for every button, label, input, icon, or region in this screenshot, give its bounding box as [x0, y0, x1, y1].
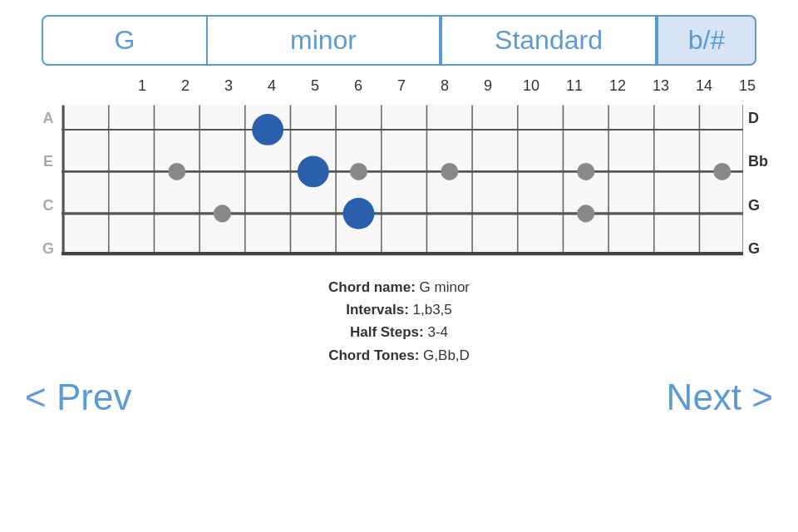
fret-num-3: 3: [207, 77, 250, 95]
scale-dot-E7: [350, 163, 367, 180]
fretboard-svg: [62, 96, 743, 271]
chord-info: Chord name: G minor Intervals: 1,b3,5 Ha…: [0, 276, 798, 367]
note-dot-A5: [252, 114, 283, 145]
intervals-line: Intervals: 1,b3,5: [0, 298, 798, 321]
tones-value-text: G,Bb,D: [423, 347, 470, 363]
voicing-selector[interactable]: Standard: [441, 15, 657, 66]
fret-num-14: 14: [682, 77, 726, 95]
scale-dot-E15: [713, 163, 731, 180]
note-dot-C7: [343, 198, 375, 229]
tones-label: Chord Tones:: [328, 347, 419, 363]
fret-num-6: 6: [337, 77, 380, 95]
root-selector[interactable]: G: [42, 15, 208, 66]
scale-dot-C12: [577, 204, 594, 222]
halfsteps-line: Half Steps: 3-4: [0, 321, 798, 343]
intervals-label: Intervals:: [346, 302, 409, 318]
halfsteps-value-text: 3-4: [427, 324, 448, 340]
string-label-E: E: [38, 153, 58, 170]
fret-num-9: 9: [466, 77, 510, 95]
fret-num-8: 8: [423, 77, 466, 95]
string-label-G: G: [38, 240, 58, 258]
chord-name-line: Chord name: G minor: [0, 276, 798, 298]
scale-dot-E9: [441, 163, 458, 180]
fret-num-15: 15: [726, 77, 769, 95]
string-labels-right: D Bb G G: [748, 96, 773, 271]
intervals-value-text: 1,b3,5: [413, 302, 452, 318]
navigation-row: < Prev Next >: [0, 370, 798, 418]
prev-button[interactable]: < Prev: [25, 377, 131, 418]
string-labels-left: A E C G: [38, 96, 58, 271]
fret-num-13: 13: [639, 77, 682, 95]
next-button[interactable]: Next >: [667, 377, 773, 418]
string-label-C: C: [38, 197, 58, 214]
scale-dot-E12: [577, 163, 594, 180]
string-label-right-G: G: [748, 197, 773, 214]
string-label-right-G2: G: [748, 240, 773, 258]
tones-line: Chord Tones: G,Bb,D: [0, 344, 798, 367]
chord-name-label: Chord name:: [328, 279, 416, 295]
fret-num-1: 1: [121, 77, 164, 95]
fret-num-12: 12: [596, 77, 639, 95]
fret-num-4: 4: [250, 77, 293, 95]
svg-rect-0: [62, 106, 743, 254]
note-dot-E6: [298, 155, 329, 187]
accidental-selector[interactable]: b/#: [657, 15, 756, 66]
fret-num-11: 11: [553, 77, 596, 95]
string-label-A: A: [38, 110, 58, 127]
halfsteps-label: Half Steps:: [350, 324, 424, 340]
string-label-right-Bb: Bb: [748, 153, 773, 170]
scale-dot-C4: [214, 204, 231, 222]
fret-num-7: 7: [380, 77, 423, 95]
fret-num-2: 2: [164, 77, 207, 95]
fret-num-5: 5: [293, 77, 337, 95]
selector-row: G minor Standard b/#: [0, 0, 798, 74]
string-label-right-D: D: [748, 110, 773, 127]
quality-selector[interactable]: minor: [208, 15, 441, 66]
fret-num-10: 10: [510, 77, 553, 95]
scale-dot-E3: [168, 163, 185, 180]
chord-name-value-text: G minor: [420, 279, 470, 295]
